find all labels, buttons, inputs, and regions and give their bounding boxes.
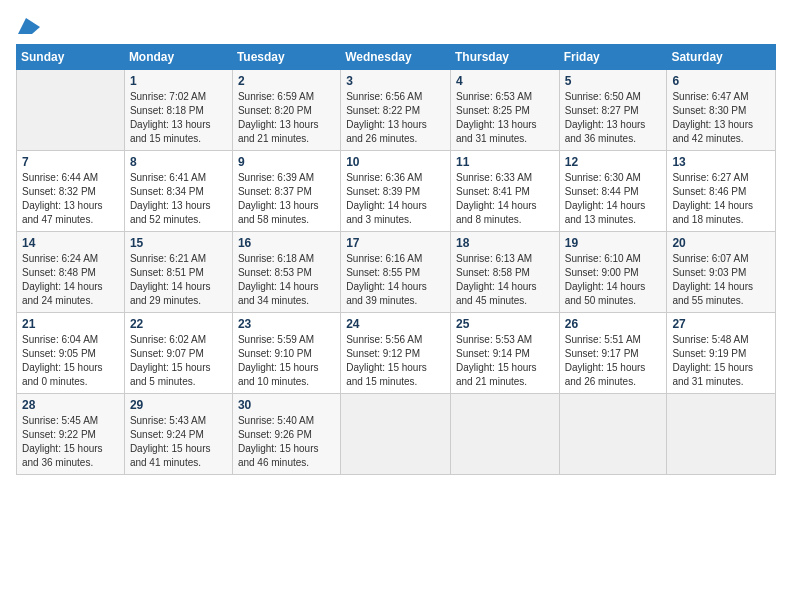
- calendar-cell: 26Sunrise: 5:51 AMSunset: 9:17 PMDayligh…: [559, 313, 667, 394]
- day-detail: Sunrise: 6:44 AMSunset: 8:32 PMDaylight:…: [22, 171, 119, 227]
- calendar-cell: 16Sunrise: 6:18 AMSunset: 8:53 PMDayligh…: [232, 232, 340, 313]
- day-number: 27: [672, 317, 770, 331]
- calendar-cell: 18Sunrise: 6:13 AMSunset: 8:58 PMDayligh…: [450, 232, 559, 313]
- day-detail: Sunrise: 6:02 AMSunset: 9:07 PMDaylight:…: [130, 333, 227, 389]
- day-detail: Sunrise: 6:33 AMSunset: 8:41 PMDaylight:…: [456, 171, 554, 227]
- day-detail: Sunrise: 6:07 AMSunset: 9:03 PMDaylight:…: [672, 252, 770, 308]
- day-detail: Sunrise: 6:41 AMSunset: 8:34 PMDaylight:…: [130, 171, 227, 227]
- day-number: 24: [346, 317, 445, 331]
- day-number: 6: [672, 74, 770, 88]
- calendar-week-5: 28Sunrise: 5:45 AMSunset: 9:22 PMDayligh…: [17, 394, 776, 475]
- day-detail: Sunrise: 6:21 AMSunset: 8:51 PMDaylight:…: [130, 252, 227, 308]
- day-number: 26: [565, 317, 662, 331]
- calendar-cell: 6Sunrise: 6:47 AMSunset: 8:30 PMDaylight…: [667, 70, 776, 151]
- day-detail: Sunrise: 6:16 AMSunset: 8:55 PMDaylight:…: [346, 252, 445, 308]
- day-number: 20: [672, 236, 770, 250]
- day-number: 5: [565, 74, 662, 88]
- calendar-week-3: 14Sunrise: 6:24 AMSunset: 8:48 PMDayligh…: [17, 232, 776, 313]
- calendar-cell: 10Sunrise: 6:36 AMSunset: 8:39 PMDayligh…: [341, 151, 451, 232]
- calendar-cell: 3Sunrise: 6:56 AMSunset: 8:22 PMDaylight…: [341, 70, 451, 151]
- logo-icon: [18, 18, 40, 34]
- calendar-table: SundayMondayTuesdayWednesdayThursdayFrid…: [16, 44, 776, 475]
- calendar-cell: 1Sunrise: 7:02 AMSunset: 8:18 PMDaylight…: [124, 70, 232, 151]
- calendar-cell: [450, 394, 559, 475]
- calendar-cell: 12Sunrise: 6:30 AMSunset: 8:44 PMDayligh…: [559, 151, 667, 232]
- day-number: 16: [238, 236, 335, 250]
- calendar-cell: 24Sunrise: 5:56 AMSunset: 9:12 PMDayligh…: [341, 313, 451, 394]
- day-number: 12: [565, 155, 662, 169]
- day-number: 21: [22, 317, 119, 331]
- day-number: 3: [346, 74, 445, 88]
- calendar-week-2: 7Sunrise: 6:44 AMSunset: 8:32 PMDaylight…: [17, 151, 776, 232]
- day-number: 17: [346, 236, 445, 250]
- day-number: 18: [456, 236, 554, 250]
- calendar-header-friday: Friday: [559, 45, 667, 70]
- svg-marker-0: [18, 18, 40, 34]
- calendar-cell: 5Sunrise: 6:50 AMSunset: 8:27 PMDaylight…: [559, 70, 667, 151]
- day-number: 14: [22, 236, 119, 250]
- day-number: 19: [565, 236, 662, 250]
- calendar-cell: 2Sunrise: 6:59 AMSunset: 8:20 PMDaylight…: [232, 70, 340, 151]
- day-detail: Sunrise: 6:47 AMSunset: 8:30 PMDaylight:…: [672, 90, 770, 146]
- calendar-cell: 30Sunrise: 5:40 AMSunset: 9:26 PMDayligh…: [232, 394, 340, 475]
- day-detail: Sunrise: 6:53 AMSunset: 8:25 PMDaylight:…: [456, 90, 554, 146]
- calendar-header-row: SundayMondayTuesdayWednesdayThursdayFrid…: [17, 45, 776, 70]
- day-detail: Sunrise: 6:56 AMSunset: 8:22 PMDaylight:…: [346, 90, 445, 146]
- calendar-cell: 15Sunrise: 6:21 AMSunset: 8:51 PMDayligh…: [124, 232, 232, 313]
- day-number: 8: [130, 155, 227, 169]
- calendar-cell: 9Sunrise: 6:39 AMSunset: 8:37 PMDaylight…: [232, 151, 340, 232]
- day-detail: Sunrise: 6:30 AMSunset: 8:44 PMDaylight:…: [565, 171, 662, 227]
- day-number: 23: [238, 317, 335, 331]
- day-detail: Sunrise: 5:48 AMSunset: 9:19 PMDaylight:…: [672, 333, 770, 389]
- day-detail: Sunrise: 5:59 AMSunset: 9:10 PMDaylight:…: [238, 333, 335, 389]
- day-number: 29: [130, 398, 227, 412]
- calendar-cell: [559, 394, 667, 475]
- calendar-cell: 27Sunrise: 5:48 AMSunset: 9:19 PMDayligh…: [667, 313, 776, 394]
- day-detail: Sunrise: 6:50 AMSunset: 8:27 PMDaylight:…: [565, 90, 662, 146]
- page: SundayMondayTuesdayWednesdayThursdayFrid…: [0, 0, 792, 612]
- day-detail: Sunrise: 6:04 AMSunset: 9:05 PMDaylight:…: [22, 333, 119, 389]
- calendar-cell: 20Sunrise: 6:07 AMSunset: 9:03 PMDayligh…: [667, 232, 776, 313]
- calendar-week-4: 21Sunrise: 6:04 AMSunset: 9:05 PMDayligh…: [17, 313, 776, 394]
- day-detail: Sunrise: 7:02 AMSunset: 8:18 PMDaylight:…: [130, 90, 227, 146]
- calendar-cell: 11Sunrise: 6:33 AMSunset: 8:41 PMDayligh…: [450, 151, 559, 232]
- day-number: 11: [456, 155, 554, 169]
- day-number: 1: [130, 74, 227, 88]
- calendar-cell: 8Sunrise: 6:41 AMSunset: 8:34 PMDaylight…: [124, 151, 232, 232]
- calendar-cell: [17, 70, 125, 151]
- day-number: 13: [672, 155, 770, 169]
- day-number: 25: [456, 317, 554, 331]
- day-number: 9: [238, 155, 335, 169]
- calendar-cell: 22Sunrise: 6:02 AMSunset: 9:07 PMDayligh…: [124, 313, 232, 394]
- calendar-cell: 29Sunrise: 5:43 AMSunset: 9:24 PMDayligh…: [124, 394, 232, 475]
- day-detail: Sunrise: 5:43 AMSunset: 9:24 PMDaylight:…: [130, 414, 227, 470]
- day-detail: Sunrise: 5:53 AMSunset: 9:14 PMDaylight:…: [456, 333, 554, 389]
- day-detail: Sunrise: 6:18 AMSunset: 8:53 PMDaylight:…: [238, 252, 335, 308]
- calendar-cell: 17Sunrise: 6:16 AMSunset: 8:55 PMDayligh…: [341, 232, 451, 313]
- calendar-cell: [341, 394, 451, 475]
- day-detail: Sunrise: 6:39 AMSunset: 8:37 PMDaylight:…: [238, 171, 335, 227]
- day-detail: Sunrise: 5:45 AMSunset: 9:22 PMDaylight:…: [22, 414, 119, 470]
- calendar-cell: 14Sunrise: 6:24 AMSunset: 8:48 PMDayligh…: [17, 232, 125, 313]
- calendar-cell: [667, 394, 776, 475]
- day-number: 7: [22, 155, 119, 169]
- day-number: 15: [130, 236, 227, 250]
- calendar-cell: 4Sunrise: 6:53 AMSunset: 8:25 PMDaylight…: [450, 70, 559, 151]
- calendar-header-saturday: Saturday: [667, 45, 776, 70]
- calendar-header-tuesday: Tuesday: [232, 45, 340, 70]
- day-number: 22: [130, 317, 227, 331]
- day-detail: Sunrise: 6:27 AMSunset: 8:46 PMDaylight:…: [672, 171, 770, 227]
- calendar-header-thursday: Thursday: [450, 45, 559, 70]
- day-detail: Sunrise: 6:59 AMSunset: 8:20 PMDaylight:…: [238, 90, 335, 146]
- day-detail: Sunrise: 5:56 AMSunset: 9:12 PMDaylight:…: [346, 333, 445, 389]
- day-detail: Sunrise: 6:10 AMSunset: 9:00 PMDaylight:…: [565, 252, 662, 308]
- day-number: 2: [238, 74, 335, 88]
- day-number: 30: [238, 398, 335, 412]
- day-number: 28: [22, 398, 119, 412]
- header: [16, 16, 776, 34]
- day-detail: Sunrise: 6:24 AMSunset: 8:48 PMDaylight:…: [22, 252, 119, 308]
- calendar-header-monday: Monday: [124, 45, 232, 70]
- day-detail: Sunrise: 6:13 AMSunset: 8:58 PMDaylight:…: [456, 252, 554, 308]
- day-detail: Sunrise: 5:40 AMSunset: 9:26 PMDaylight:…: [238, 414, 335, 470]
- calendar-header-wednesday: Wednesday: [341, 45, 451, 70]
